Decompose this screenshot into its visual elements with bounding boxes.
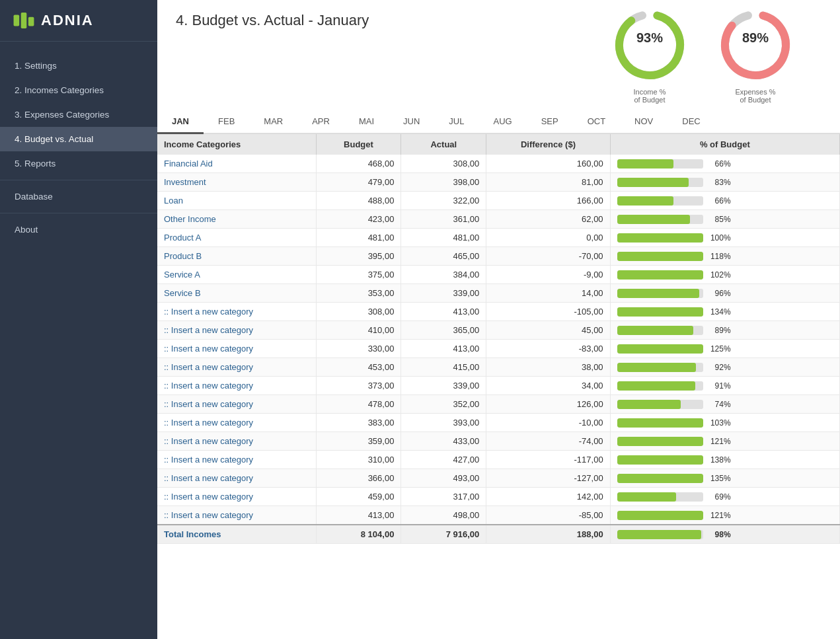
bar-pct-label: 121% [707,437,731,446]
income-gauge-label: Income % of Budget [634,88,666,104]
bar-cell: 66% [610,155,839,173]
category-cell: :: Insert a new category [157,303,316,321]
month-tab-sep[interactable]: SEP [527,110,573,134]
month-tab-apr[interactable]: APR [297,110,344,134]
bar-cell: 92% [610,358,839,377]
bar-cell: 138% [610,451,839,469]
month-tab-jul[interactable]: JUL [434,110,478,134]
bar-pct-label: 96% [707,289,731,298]
col-header-1: Budget [316,134,401,155]
sidebar-item-settings[interactable]: 1. Settings [0,54,157,78]
sidebar-item-database[interactable]: Database [0,184,157,209]
budget-cell: 310,00 [316,451,401,469]
month-tab-jun[interactable]: JUN [389,110,434,134]
category-cell: Loan [157,192,316,210]
bar-cell: 85% [610,210,839,229]
sidebar-item-incomes-categories[interactable]: 2. Incomes Categories [0,78,157,102]
sidebar-item-about[interactable]: About [0,217,157,242]
diff-cell: 126,00 [486,395,610,414]
budget-cell: 413,00 [316,506,401,525]
actual-cell: 398,00 [401,173,486,192]
diff-cell: -127,00 [486,469,610,488]
category-cell: :: Insert a new category [157,488,316,506]
month-tab-feb[interactable]: FEB [204,110,249,134]
bar-cell: 121% [610,432,839,451]
sidebar-item-expenses-categories[interactable]: 3. Expenses Categories [0,102,157,127]
sidebar-nav: 1. Settings2. Incomes Categories3. Expen… [0,42,157,639]
table-row: :: Insert a new category366,00493,00-127… [157,469,840,488]
bar-pct-label: 83% [707,178,731,187]
budget-cell: 395,00 [316,247,401,266]
diff-cell: -117,00 [486,451,610,469]
month-tab-aug[interactable]: AUG [478,110,526,134]
income-gauge: 93% Income % of Budget [610,5,689,104]
bar-cell: 66% [610,192,839,210]
diff-cell: 81,00 [486,173,610,192]
diff-cell: 38,00 [486,358,610,377]
svg-text:93%: 93% [636,30,663,45]
table-row: Loan488,00322,00166,0066% [157,192,840,210]
income-gauge-chart: 93% [610,5,689,87]
actual-cell: 498,00 [401,506,486,525]
actual-cell: 322,00 [401,192,486,210]
category-cell: Other Income [157,210,316,229]
sidebar-item-budget-vs-actual[interactable]: 4. Budget vs. Actual [0,127,157,151]
category-cell: :: Insert a new category [157,395,316,414]
diff-cell: 62,00 [486,210,610,229]
table-row: :: Insert a new category383,00393,00-10,… [157,414,840,432]
bar-cell: 103% [610,414,839,432]
expenses-gauge-label: Expenses % of Budget [735,88,775,104]
category-cell: :: Insert a new category [157,414,316,432]
diff-cell: -10,00 [486,414,610,432]
diff-cell: 34,00 [486,377,610,395]
diff-cell: 160,00 [486,155,610,173]
month-tabs: JANFEBMARAPRMAIJUNJULAUGSEPOCTNOVDEC [157,110,840,134]
actual-cell: 361,00 [401,210,486,229]
actual-cell: 365,00 [401,321,486,340]
category-cell: Service A [157,266,316,284]
col-header-3: Difference ($) [486,134,610,155]
budget-cell: 375,00 [316,266,401,284]
logo-text: ADNIA [41,12,94,29]
actual-cell: 413,00 [401,340,486,358]
budget-cell: 423,00 [316,210,401,229]
expenses-gauge: 89% Expenses % of Budget [716,5,795,104]
bar-pct-label: 103% [707,418,731,428]
sidebar-divider [0,213,157,213]
table-row: Service A375,00384,00-9,00102% [157,266,840,284]
bar-pct-label: 98% [707,530,731,539]
diff-cell: 166,00 [486,192,610,210]
bar-pct-label: 100% [707,233,731,243]
sidebar-logo: ADNIA [0,0,157,42]
bar-pct-label: 102% [707,270,731,280]
table-row: :: Insert a new category478,00352,00126,… [157,395,840,414]
table-area: Income CategoriesBudgetActualDifference … [157,134,840,639]
budget-cell: 479,00 [316,173,401,192]
month-tab-dec[interactable]: DEC [668,110,714,134]
budget-cell: 359,00 [316,432,401,451]
category-cell: Service B [157,284,316,303]
svg-point-4 [613,8,687,82]
category-cell: :: Insert a new category [157,377,316,395]
bar-cell: 69% [610,488,839,506]
month-tab-nov[interactable]: NOV [620,110,668,134]
month-tab-oct[interactable]: OCT [573,110,620,134]
table-row: Other Income423,00361,0062,0085% [157,210,840,229]
bar-cell: 91% [610,377,839,395]
bar-cell: 74% [610,395,839,414]
actual-cell: 393,00 [401,414,486,432]
actual-cell: 339,00 [401,284,486,303]
actual-cell: 384,00 [401,266,486,284]
svg-rect-2 [28,17,34,26]
bar-pct-label: 66% [707,159,731,169]
month-tab-jan[interactable]: JAN [157,110,204,134]
bar-cell: 135% [610,469,839,488]
budget-cell: 308,00 [316,303,401,321]
bar-pct-label: 134% [707,307,731,317]
month-tab-mar[interactable]: MAR [249,110,297,134]
table-row: :: Insert a new category330,00413,00-83,… [157,340,840,358]
table-row: :: Insert a new category453,00415,0038,0… [157,358,840,377]
budget-cell: 478,00 [316,395,401,414]
month-tab-mai[interactable]: MAI [344,110,389,134]
sidebar-item-reports[interactable]: 5. Reports [0,151,157,176]
